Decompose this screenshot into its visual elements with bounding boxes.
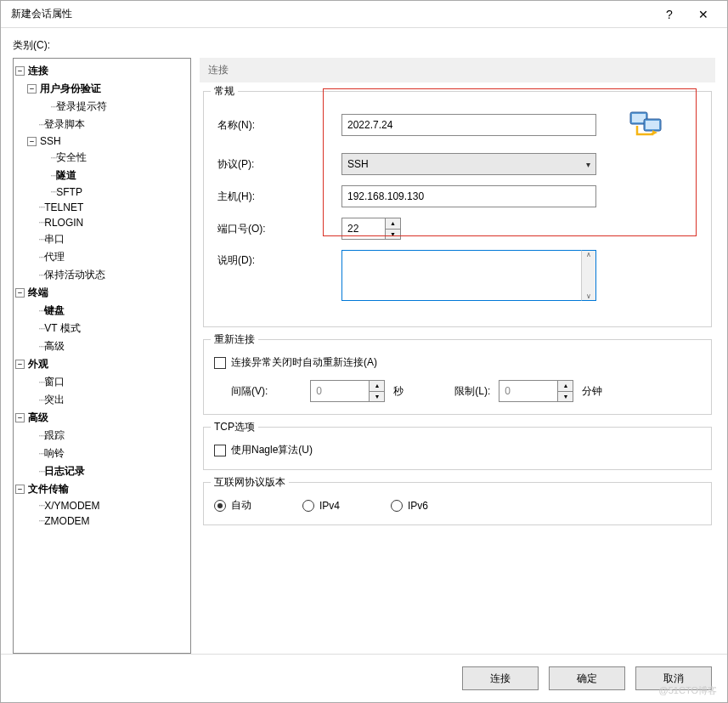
category-label: 类别(C): bbox=[13, 38, 715, 53]
tree-rlogin[interactable]: RLOGIN bbox=[44, 217, 83, 229]
close-button[interactable]: ✕ bbox=[686, 1, 720, 28]
interval-spinner[interactable]: 0 ▲▼ bbox=[310, 380, 385, 402]
collapse-icon[interactable]: − bbox=[15, 413, 25, 422]
collapse-icon[interactable]: − bbox=[15, 66, 25, 76]
tree-zmodem[interactable]: ZMODEM bbox=[44, 515, 89, 527]
tree-telnet[interactable]: TELNET bbox=[44, 201, 83, 213]
spinner-up-icon[interactable]: ▲ bbox=[370, 381, 384, 392]
description-textarea[interactable] bbox=[341, 250, 581, 301]
tree-tunnel[interactable]: 隧道 bbox=[56, 168, 76, 183]
limit-unit: 分钟 bbox=[582, 384, 602, 399]
watermark: @51CTO博客 bbox=[659, 684, 717, 697]
spinner-up-icon[interactable]: ▲ bbox=[558, 381, 573, 392]
general-fieldset: 常规 名称(N): bbox=[203, 91, 712, 327]
connect-button[interactable]: 连接 bbox=[462, 666, 539, 690]
button-bar: 连接 确定 取消 @51CTO博客 bbox=[1, 654, 727, 702]
auto-reconnect-checkbox[interactable] bbox=[214, 357, 226, 369]
tree-advanced[interactable]: 高级 bbox=[28, 411, 48, 425]
spinner-down-icon[interactable]: ▼ bbox=[386, 230, 400, 240]
tcp-legend: TCP选项 bbox=[211, 420, 258, 434]
name-input[interactable] bbox=[341, 114, 596, 136]
radio-ipv6[interactable]: IPv6 bbox=[391, 500, 428, 512]
host-label: 主机(H): bbox=[214, 190, 341, 204]
category-tree[interactable]: −连接 −用户身份验证 ┈登录提示符 ┈登录脚本 −SSH ┈安全性 ┈隧道 ┈… bbox=[13, 58, 191, 654]
limit-spinner[interactable]: 0 ▲▼ bbox=[499, 380, 573, 402]
tree-vtmode[interactable]: VT 模式 bbox=[44, 321, 80, 336]
spinner-down-icon[interactable]: ▼ bbox=[558, 392, 573, 402]
tree-window[interactable]: 窗口 bbox=[44, 375, 65, 389]
description-label: 说明(D): bbox=[214, 250, 341, 268]
tree-keyboard[interactable]: 键盘 bbox=[44, 303, 65, 318]
window-title: 新建会话属性 bbox=[8, 7, 652, 21]
spinner-up-icon[interactable]: ▲ bbox=[386, 218, 400, 230]
nagle-label: 使用Nagle算法(U) bbox=[231, 443, 313, 457]
tree-keepalive[interactable]: 保持活动状态 bbox=[44, 268, 105, 282]
tree-sftp[interactable]: SFTP bbox=[56, 186, 82, 198]
spinner-down-icon[interactable]: ▼ bbox=[370, 392, 384, 402]
help-button[interactable]: ? bbox=[652, 1, 686, 28]
svg-rect-3 bbox=[646, 121, 659, 129]
collapse-icon[interactable]: − bbox=[27, 84, 37, 94]
tree-advanced-term[interactable]: 高级 bbox=[44, 339, 65, 354]
tree-security[interactable]: 安全性 bbox=[56, 150, 87, 165]
titlebar: 新建会话属性 ? ✕ bbox=[1, 1, 727, 28]
ipversion-legend: 互联网协议版本 bbox=[211, 475, 289, 490]
port-label: 端口号(O): bbox=[214, 222, 341, 236]
port-spinner[interactable]: 22 ▲▼ bbox=[341, 218, 401, 240]
auto-reconnect-label: 连接异常关闭时自动重新连接(A) bbox=[231, 355, 377, 370]
tree-connection[interactable]: 连接 bbox=[28, 64, 48, 78]
computers-icon bbox=[629, 107, 669, 143]
ipversion-fieldset: 互联网协议版本 自动 IPv4 IPv6 bbox=[203, 482, 712, 525]
name-label: 名称(N): bbox=[214, 118, 341, 133]
nagle-checkbox[interactable] bbox=[214, 445, 226, 456]
collapse-icon[interactable]: − bbox=[15, 288, 25, 298]
tree-serial[interactable]: 串口 bbox=[44, 232, 65, 247]
interval-unit: 秒 bbox=[393, 384, 404, 399]
tree-popup[interactable]: 突出 bbox=[44, 393, 65, 407]
chevron-down-icon: ▾ bbox=[586, 160, 590, 169]
protocol-select[interactable]: SSH ▾ bbox=[341, 153, 596, 175]
collapse-icon[interactable]: − bbox=[27, 137, 37, 146]
tree-appearance[interactable]: 外观 bbox=[28, 357, 48, 371]
tree-terminal[interactable]: 终端 bbox=[28, 286, 48, 300]
radio-ipv4[interactable]: IPv4 bbox=[302, 500, 340, 512]
tree-xymodem[interactable]: X/YMODEM bbox=[44, 500, 99, 512]
radio-auto[interactable]: 自动 bbox=[214, 498, 251, 513]
reconnect-fieldset: 重新连接 连接异常关闭时自动重新连接(A) 间隔(V): 0 ▲▼ 秒 bbox=[203, 339, 712, 415]
tcp-fieldset: TCP选项 使用Nagle算法(U) bbox=[203, 427, 712, 470]
tree-userauth[interactable]: 用户身份验证 bbox=[40, 82, 101, 96]
tree-filetransfer[interactable]: 文件传输 bbox=[28, 482, 69, 496]
tree-ssh[interactable]: SSH bbox=[40, 135, 61, 147]
tree-logging[interactable]: 日志记录 bbox=[44, 464, 85, 479]
collapse-icon[interactable]: − bbox=[15, 485, 25, 494]
tree-login-script[interactable]: 登录脚本 bbox=[44, 117, 85, 132]
protocol-label: 协议(P): bbox=[214, 157, 341, 172]
section-header: 连接 bbox=[200, 58, 715, 82]
interval-label: 间隔(V): bbox=[231, 384, 268, 399]
tree-trace[interactable]: 跟踪 bbox=[44, 428, 65, 443]
ok-button[interactable]: 确定 bbox=[549, 666, 625, 690]
tree-bell[interactable]: 响铃 bbox=[44, 446, 65, 461]
general-legend: 常规 bbox=[211, 84, 238, 99]
scrollbar[interactable]: ∧∨ bbox=[581, 250, 596, 301]
host-input[interactable] bbox=[341, 185, 596, 207]
collapse-icon[interactable]: − bbox=[15, 360, 25, 369]
tree-proxy[interactable]: 代理 bbox=[44, 250, 65, 264]
limit-label: 限制(L): bbox=[454, 384, 490, 399]
tree-login-prompt[interactable]: 登录提示符 bbox=[56, 99, 107, 114]
reconnect-legend: 重新连接 bbox=[211, 332, 258, 347]
